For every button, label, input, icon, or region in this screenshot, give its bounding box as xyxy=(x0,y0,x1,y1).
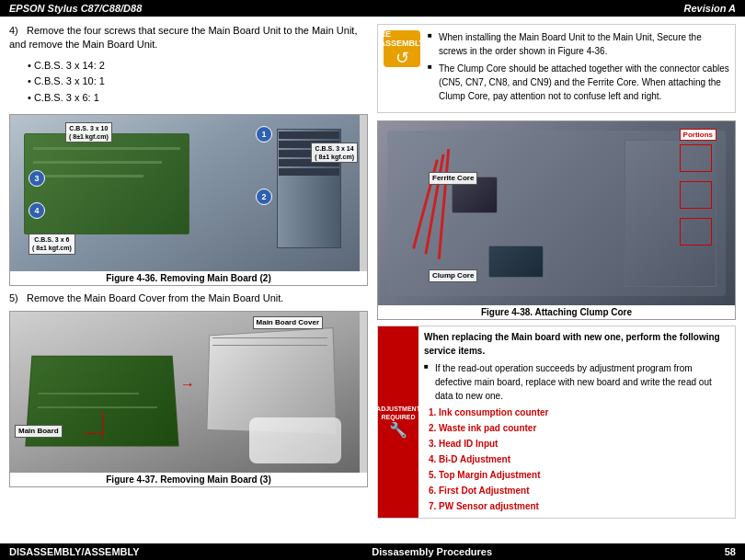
header-left: EPSON Stylus C87/C88/D88 xyxy=(9,3,142,14)
annotation-1: 1 xyxy=(256,126,272,143)
mainboard-label: Main Board xyxy=(15,425,63,438)
clump-label: Clump Core xyxy=(429,269,477,282)
adjustment-content: When replacing the Main board with new o… xyxy=(418,326,735,518)
adjustment-item-7: PW Sensor adjustment xyxy=(439,498,729,514)
figure-38-image: Portions Ferrite Core Clump Core xyxy=(378,121,735,305)
reassembly-arrow-icon: ↺ xyxy=(395,48,409,68)
figure-36-container: 1 2 3 4 C.B.S. 3 x 10( 8±1 kgf.cm) C.B.S… xyxy=(9,114,368,286)
reassembly-bullet-2: The Clump Core should be attached togeth… xyxy=(428,62,729,103)
adjustment-bullet: If the read-out operation succeeds by ad… xyxy=(424,361,729,403)
step5-text: 5) Remove the Main Board Cover from the … xyxy=(9,291,368,305)
figure-36-image: 1 2 3 4 C.B.S. 3 x 10( 8±1 kgf.cm) C.B.S… xyxy=(10,115,360,271)
adjustment-item-3: Head ID Input xyxy=(439,436,729,451)
adjustment-header: ADJUSTMENTREQUIRED 🔧 When replacing the … xyxy=(378,326,735,518)
page-header: EPSON Stylus C87/C88/D88 Revision A xyxy=(0,0,745,17)
left-column: 4) Remove the four screws that secure th… xyxy=(9,24,368,527)
reassembly-bullet-1: When installing the Main Board Unit to t… xyxy=(428,30,729,58)
reassembly-bullets: When installing the Main Board Unit to t… xyxy=(428,30,729,107)
screw-item-3: C.B.S. 3 x 6: 1 xyxy=(28,90,368,107)
adjustment-item-2: Waste ink pad counter xyxy=(439,420,729,436)
annotation-2: 2 xyxy=(256,189,272,205)
screw-item-1: C.B.S. 3 x 14: 2 xyxy=(28,58,368,74)
footer-left: DISASSEMBLY/ASSEMBLY xyxy=(9,546,140,557)
ferrite-label: Ferrite Core xyxy=(429,172,477,185)
reassembly-icon: REASSEMBLY ↺ xyxy=(384,30,420,67)
page-footer: DISASSEMBLY/ASSEMBLY Dissasembly Procedu… xyxy=(0,543,745,560)
cbs6-label: C.B.S. 3 x 6( 8±1 kgf.cm) xyxy=(29,234,75,254)
reassembly-icon-text: REASSEMBLY xyxy=(379,29,424,48)
screw-item-2: C.B.S. 3 x 10: 1 xyxy=(28,74,368,90)
wrench-icon: 🔧 xyxy=(389,421,407,439)
header-right: Revision A xyxy=(684,3,736,14)
step4-text: 4) Remove the four screws that secure th… xyxy=(9,24,368,52)
fig36-caption: Figure 4-36. Removing Main Board (2) xyxy=(10,271,367,285)
adjustment-item-6: First Dot Adjustment xyxy=(439,483,729,498)
screw-list: C.B.S. 3 x 14: 2 C.B.S. 3 x 10: 1 C.B.S.… xyxy=(28,58,368,107)
figure-37-image: → Main Board Main Board Cover xyxy=(10,312,360,473)
reassembly-box: REASSEMBLY ↺ When installing the Main Bo… xyxy=(377,24,736,113)
adjustment-icon-text: ADJUSTMENTREQUIRED xyxy=(376,406,420,421)
footer-right: 58 xyxy=(725,546,736,557)
fig37-caption: Figure 4-37. Removing Main Board (3) xyxy=(10,473,367,486)
adjustment-icon: ADJUSTMENTREQUIRED 🔧 xyxy=(378,326,418,518)
right-column: REASSEMBLY ↺ When installing the Main Bo… xyxy=(377,24,736,527)
cover-label: Main Board Cover xyxy=(253,316,323,329)
annotation-3: 3 xyxy=(29,170,45,187)
figure-38-container: Portions Ferrite Core Clump Core Figure … xyxy=(377,120,736,320)
cbs14-label: C.B.S. 3 x 14( 8±1 kgf.cm) xyxy=(311,143,358,163)
fig38-caption: Figure 4-38. Attaching Clump Core xyxy=(378,305,735,319)
footer-center: Dissasembly Procedures xyxy=(372,546,492,557)
cbs10-label: C.B.S. 3 x 10( 8±1 kgf.cm) xyxy=(65,122,112,143)
adjustment-main-text: When replacing the Main board with new o… xyxy=(424,330,729,358)
main-content: 4) Remove the four screws that secure th… xyxy=(0,17,745,534)
annotation-4: 4 xyxy=(29,202,45,219)
adjustment-box: ADJUSTMENTREQUIRED 🔧 When replacing the … xyxy=(377,326,736,519)
figure-37-container: → Main Board Main Board Cover Figure 4-3… xyxy=(9,311,368,487)
adjustment-item-4: Bi-D Adjustment xyxy=(439,451,729,467)
adjustment-items-list: Ink consumption counterWaste ink pad cou… xyxy=(439,405,729,514)
adjustment-item-1: Ink consumption counter xyxy=(439,405,729,420)
portions-label: Portions xyxy=(680,129,716,141)
adjustment-item-5: Top Margin Adjustment xyxy=(439,467,729,483)
